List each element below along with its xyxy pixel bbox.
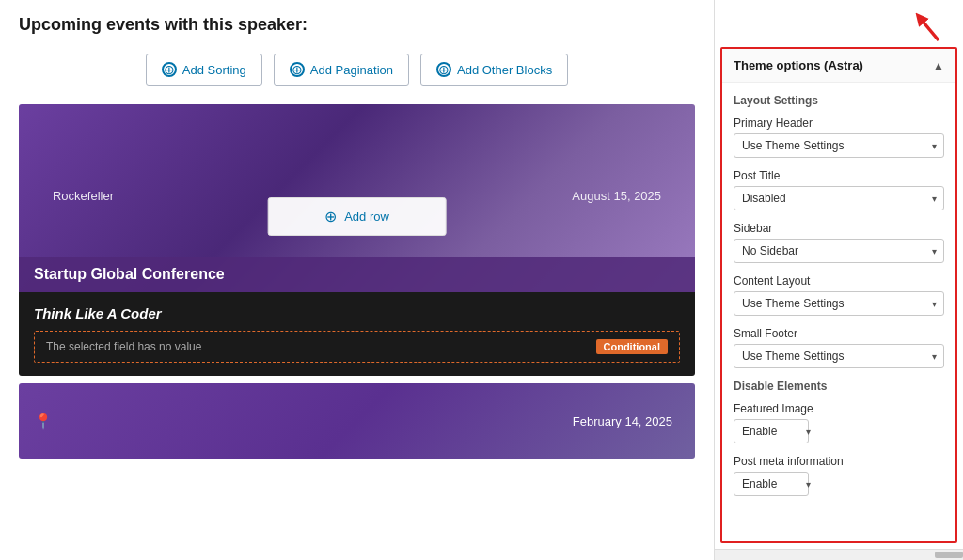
sidebar-group: Sidebar Use Theme Settings No Sidebar Le… bbox=[734, 222, 944, 263]
post-meta-group: Post meta information Enable Disable ▾ bbox=[734, 455, 944, 496]
sidebar-select-wrapper: Use Theme Settings No Sidebar Left Sideb… bbox=[734, 239, 944, 263]
add-row-overlay[interactable]: ⊕ Add row bbox=[267, 197, 447, 236]
featured-image-select-wrapper: Enable Disable ▾ bbox=[734, 419, 818, 443]
post-title-select[interactable]: Use Theme Settings Disabled Enabled bbox=[734, 186, 944, 210]
action-buttons-row: ⊕ Add Sorting ⊕ Add Pagination ⊕ Add Oth… bbox=[19, 54, 695, 86]
conditional-field-text: The selected field has no value bbox=[46, 340, 201, 353]
post-title-group: Post Title Use Theme Settings Disabled E… bbox=[734, 169, 944, 210]
theme-panel-body: Layout Settings Primary Header Use Theme… bbox=[722, 83, 955, 519]
featured-image-label: Featured Image bbox=[734, 402, 944, 415]
page-title: Upcoming events with this speaker: bbox=[19, 15, 695, 35]
primary-header-select[interactable]: Use Theme Settings Enabled Disabled bbox=[734, 133, 944, 158]
add-other-blocks-button[interactable]: ⊕ Add Other Blocks bbox=[420, 54, 568, 86]
collapse-icon[interactable]: ▲ bbox=[933, 59, 944, 72]
speaker-name: Rockefeller bbox=[53, 189, 114, 203]
add-pagination-icon: ⊕ bbox=[290, 62, 305, 77]
primary-header-label: Primary Header bbox=[734, 117, 944, 130]
sidebar-field-label: Sidebar bbox=[734, 222, 944, 235]
event-card-2: 📍 February 14, 2025 bbox=[19, 383, 695, 459]
small-footer-group: Small Footer Use Theme Settings Enabled … bbox=[734, 327, 944, 368]
post-meta-select[interactable]: Enable Disable bbox=[734, 472, 809, 496]
post-meta-label: Post meta information bbox=[734, 455, 944, 468]
add-other-blocks-icon: ⊕ bbox=[436, 62, 451, 77]
location-icon: 📍 bbox=[34, 412, 53, 430]
conditional-field: The selected field has no value Conditio… bbox=[34, 331, 680, 363]
red-arrow-icon bbox=[910, 4, 944, 44]
event-card-1: Rockefeller August 15, 2025 ⊕ Add row St… bbox=[19, 104, 695, 376]
add-row-icon: ⊕ bbox=[324, 208, 337, 226]
small-footer-select-wrapper: Use Theme Settings Enabled Disabled ▾ bbox=[734, 344, 944, 368]
disable-elements-label: Disable Elements bbox=[734, 380, 944, 393]
conditional-badge: Conditional bbox=[596, 339, 669, 354]
arrow-area bbox=[715, 0, 963, 47]
theme-panel: Theme options (Astra) ▲ Layout Settings … bbox=[720, 47, 957, 543]
content-layout-group: Content Layout Use Theme Settings Normal… bbox=[734, 274, 944, 316]
primary-header-group: Primary Header Use Theme Settings Enable… bbox=[734, 117, 944, 158]
sidebar-select[interactable]: Use Theme Settings No Sidebar Left Sideb… bbox=[734, 239, 944, 263]
add-sorting-button[interactable]: ⊕ Add Sorting bbox=[146, 54, 262, 86]
small-footer-label: Small Footer bbox=[734, 327, 944, 340]
main-content: Upcoming events with this speaker: ⊕ Add… bbox=[0, 0, 714, 560]
right-sidebar: Theme options (Astra) ▲ Layout Settings … bbox=[714, 0, 963, 560]
event-title: Startup Global Conference bbox=[34, 266, 225, 282]
small-footer-select[interactable]: Use Theme Settings Enabled Disabled bbox=[734, 344, 944, 368]
layout-section-label: Layout Settings bbox=[734, 94, 944, 107]
svg-line-1 bbox=[920, 18, 939, 40]
theme-panel-header: Theme options (Astra) ▲ bbox=[722, 49, 955, 83]
content-layout-select[interactable]: Use Theme Settings Normal Narrow Full Wi… bbox=[734, 291, 944, 316]
primary-header-select-wrapper: Use Theme Settings Enabled Disabled ▾ bbox=[734, 133, 944, 158]
post-title-select-wrapper: Use Theme Settings Disabled Enabled ▾ bbox=[734, 186, 944, 210]
sidebar-scrollbar[interactable] bbox=[715, 549, 963, 560]
event-date-2: February 14, 2025 bbox=[573, 414, 672, 428]
event-subtitle: Think Like A Coder bbox=[34, 305, 680, 321]
featured-image-select[interactable]: Enable Disable bbox=[734, 419, 809, 443]
content-layout-label: Content Layout bbox=[734, 274, 944, 288]
theme-panel-title: Theme options (Astra) bbox=[734, 58, 863, 72]
content-layout-select-wrapper: Use Theme Settings Normal Narrow Full Wi… bbox=[734, 291, 944, 316]
sidebar-scrollbar-thumb bbox=[935, 552, 963, 558]
add-sorting-icon: ⊕ bbox=[162, 62, 177, 77]
add-pagination-button[interactable]: ⊕ Add Pagination bbox=[274, 54, 409, 86]
featured-image-group: Featured Image Enable Disable ▾ bbox=[734, 402, 944, 443]
event-date-1: August 15, 2025 bbox=[572, 189, 661, 203]
add-row-label: Add row bbox=[344, 210, 389, 224]
post-title-label: Post Title bbox=[734, 169, 944, 182]
event-card-black-section: Think Like A Coder The selected field ha… bbox=[19, 292, 695, 376]
post-meta-select-wrapper: Enable Disable ▾ bbox=[734, 472, 818, 496]
event-title-bar: Startup Global Conference bbox=[19, 257, 695, 292]
